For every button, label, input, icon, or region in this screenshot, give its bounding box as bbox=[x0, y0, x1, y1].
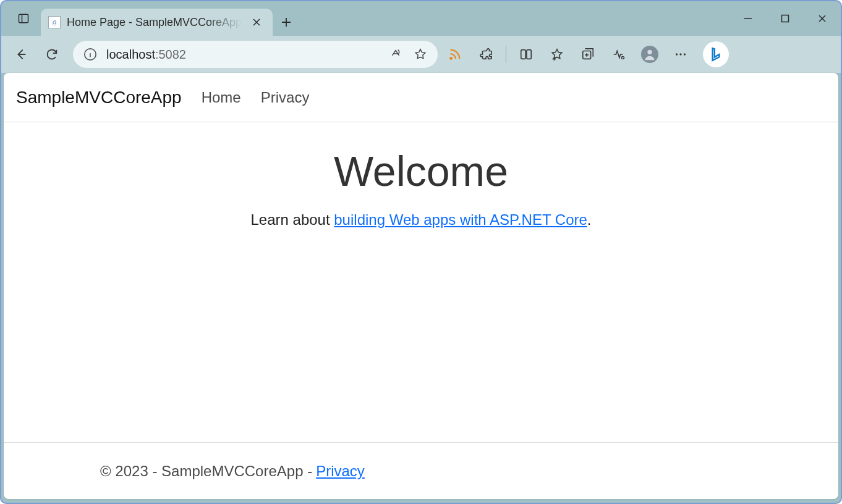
bing-search-button[interactable] bbox=[703, 41, 729, 67]
collections-button[interactable] bbox=[574, 41, 602, 68]
svg-point-8 bbox=[647, 50, 652, 54]
refresh-icon bbox=[45, 48, 59, 61]
svg-rect-0 bbox=[19, 14, 28, 22]
tab-actions-icon bbox=[17, 12, 30, 25]
collections-icon bbox=[581, 48, 595, 61]
window-controls bbox=[729, 1, 841, 36]
site-footer: © 2023 - SampleMVCCoreApp - Privacy bbox=[4, 442, 838, 499]
svg-rect-1 bbox=[782, 15, 789, 22]
avatar-icon bbox=[641, 46, 658, 63]
tab-actions-button[interactable] bbox=[6, 1, 41, 36]
arrow-left-icon bbox=[14, 48, 28, 61]
minimize-icon bbox=[744, 14, 752, 23]
favorites-button[interactable] bbox=[543, 41, 571, 68]
titlebar: ⎙ Home Page - SampleMVCCoreApp bbox=[1, 1, 841, 36]
close-window-button[interactable] bbox=[804, 6, 841, 31]
svg-point-10 bbox=[679, 53, 681, 55]
refresh-button[interactable] bbox=[38, 41, 66, 68]
page-body: Welcome Learn about building Web apps wi… bbox=[4, 122, 838, 442]
learn-suffix: . bbox=[587, 211, 592, 228]
tab-close-button[interactable] bbox=[248, 14, 265, 31]
ellipsis-icon bbox=[674, 48, 687, 61]
favorite-button[interactable] bbox=[412, 46, 429, 63]
split-icon bbox=[519, 48, 533, 61]
performance-button[interactable] bbox=[605, 41, 632, 68]
close-icon bbox=[818, 14, 827, 23]
site-info-button[interactable] bbox=[82, 46, 99, 63]
browser-tab[interactable]: ⎙ Home Page - SampleMVCCoreApp bbox=[41, 9, 273, 36]
more-button[interactable] bbox=[667, 41, 694, 68]
svg-point-3 bbox=[450, 57, 452, 59]
minimize-button[interactable] bbox=[729, 6, 767, 31]
url-port: :5082 bbox=[155, 48, 186, 61]
footer-privacy-link[interactable]: Privacy bbox=[316, 463, 365, 480]
svg-point-9 bbox=[676, 53, 678, 55]
profile-button[interactable] bbox=[636, 41, 663, 68]
maximize-button[interactable] bbox=[767, 6, 804, 31]
svg-rect-4 bbox=[521, 50, 525, 59]
info-icon bbox=[83, 48, 97, 61]
favorites-icon bbox=[550, 48, 564, 61]
split-screen-button[interactable] bbox=[512, 41, 540, 68]
extensions-button[interactable] bbox=[472, 41, 500, 68]
site-navbar: SampleMVCCoreApp Home Privacy bbox=[4, 73, 838, 122]
brand-link[interactable]: SampleMVCCoreApp bbox=[16, 88, 182, 107]
rss-button[interactable] bbox=[441, 41, 469, 68]
toolbar-divider bbox=[506, 46, 506, 63]
page-viewport: SampleMVCCoreApp Home Privacy Welcome Le… bbox=[4, 73, 838, 499]
url-text: localhost:5082 bbox=[106, 48, 380, 62]
address-bar[interactable]: localhost:5082 bbox=[73, 41, 438, 68]
puzzle-icon bbox=[479, 48, 493, 61]
welcome-heading: Welcome bbox=[4, 147, 838, 195]
close-icon bbox=[252, 18, 261, 27]
learn-prefix: Learn about bbox=[250, 211, 334, 228]
toolbar: localhost:5082 bbox=[1, 36, 841, 73]
nav-home[interactable]: Home bbox=[202, 89, 241, 106]
learn-link[interactable]: building Web apps with ASP.NET Core bbox=[334, 211, 587, 228]
favicon-icon: ⎙ bbox=[48, 16, 61, 28]
rss-icon bbox=[448, 48, 462, 61]
bing-icon bbox=[708, 46, 724, 62]
nav-privacy[interactable]: Privacy bbox=[261, 89, 310, 106]
new-tab-button[interactable] bbox=[273, 9, 300, 36]
footer-text: © 2023 - SampleMVCCoreApp - bbox=[100, 463, 312, 480]
back-button[interactable] bbox=[7, 41, 35, 68]
svg-rect-5 bbox=[527, 50, 531, 59]
url-host: localhost bbox=[106, 48, 155, 61]
plus-icon bbox=[281, 17, 292, 28]
read-aloud-button[interactable] bbox=[387, 46, 404, 63]
tab-title: Home Page - SampleMVCCoreApp bbox=[67, 16, 242, 29]
learn-paragraph: Learn about building Web apps with ASP.N… bbox=[4, 211, 838, 229]
star-icon bbox=[414, 48, 427, 61]
svg-point-11 bbox=[684, 53, 686, 55]
read-aloud-icon bbox=[389, 48, 402, 61]
browser-window: ⎙ Home Page - SampleMVCCoreApp bbox=[0, 0, 842, 504]
maximize-icon bbox=[781, 14, 789, 23]
heartbeat-icon bbox=[612, 48, 626, 61]
